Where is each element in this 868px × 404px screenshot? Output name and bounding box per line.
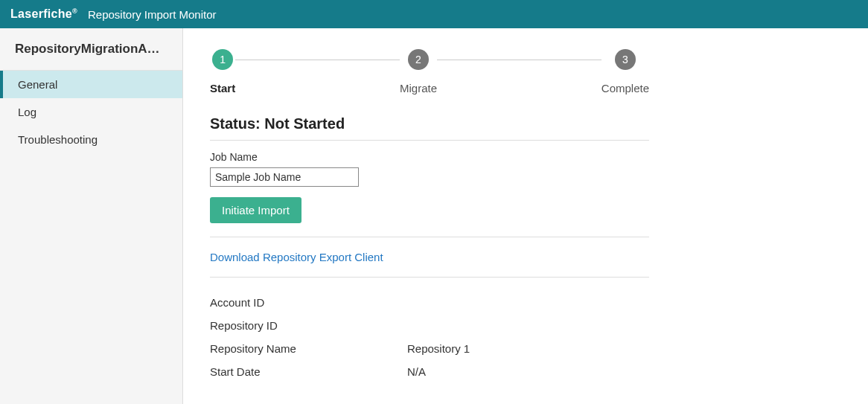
step-circle: 1 (212, 49, 233, 70)
info-table: Account ID Repository ID Repository Name… (210, 291, 649, 383)
info-row-account-id: Account ID (210, 291, 649, 314)
job-name-input[interactable] (210, 167, 359, 187)
step-circle: 3 (615, 49, 636, 70)
step-label: Start (210, 82, 235, 94)
info-row-start-date: Start Date N/A (210, 360, 649, 383)
sidebar-item-troubleshooting[interactable]: Troubleshooting (0, 126, 182, 153)
sidebar-title: RepositoryMigrationAPI... (0, 28, 182, 71)
sidebar-item-label: Log (18, 106, 36, 118)
info-key: Repository Name (210, 342, 407, 355)
sidebar-item-log[interactable]: Log (0, 98, 182, 126)
initiate-import-button[interactable]: Initiate Import (210, 197, 301, 223)
top-bar: Laserfiche® Repository Import Monitor (0, 0, 868, 28)
main-content: 1 Start 2 Migrate 3 Complete Status: Not… (183, 28, 868, 404)
stepper: 1 Start 2 Migrate 3 Complete (210, 49, 649, 94)
status-section: Status: Not Started Job Name Initiate Im… (210, 115, 649, 383)
info-row-repository-name: Repository Name Repository 1 (210, 337, 649, 360)
brand-logo: Laserfiche® (10, 7, 77, 21)
info-key: Start Date (210, 365, 407, 378)
info-row-repository-id: Repository ID (210, 314, 649, 337)
sidebar-item-label: General (18, 78, 57, 91)
step-start: 1 Start (210, 49, 235, 94)
divider (210, 277, 649, 278)
sidebar-nav: General Log Troubleshooting (0, 71, 182, 153)
info-value: Repository 1 (407, 342, 470, 355)
status-heading: Status: Not Started (210, 115, 649, 141)
download-export-client-link[interactable]: Download Repository Export Client (210, 251, 383, 263)
divider (210, 237, 649, 237)
sidebar: RepositoryMigrationAPI... General Log Tr… (0, 28, 183, 404)
sidebar-item-label: Troubleshooting (18, 133, 98, 146)
step-circle: 2 (408, 49, 429, 70)
job-name-label: Job Name (210, 151, 649, 163)
info-key: Repository ID (210, 319, 407, 332)
sidebar-item-general[interactable]: General (0, 71, 182, 98)
app-title: Repository Import Monitor (88, 8, 217, 21)
info-key: Account ID (210, 296, 407, 309)
step-connector (437, 60, 601, 60)
step-label: Migrate (400, 82, 437, 94)
info-value: N/A (407, 365, 426, 378)
step-complete: 3 Complete (601, 49, 649, 94)
step-label: Complete (601, 82, 649, 94)
step-migrate: 2 Migrate (400, 49, 437, 94)
step-connector (235, 60, 400, 60)
